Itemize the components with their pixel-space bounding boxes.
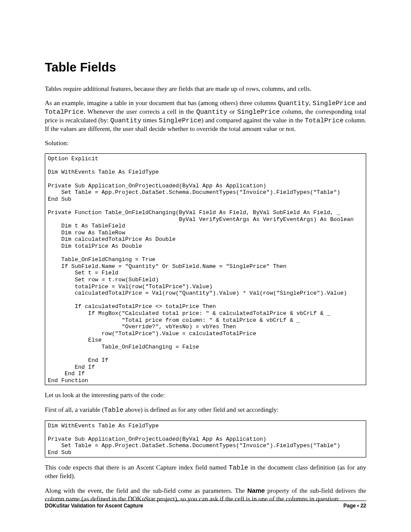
- text: As an example, imagine a table in your d…: [45, 100, 278, 106]
- example-paragraph: As an example, imagine a table in your d…: [45, 99, 366, 133]
- code-inline: SinglePrice: [312, 100, 355, 107]
- bullet-icon: •: [357, 503, 361, 509]
- text: or: [227, 108, 237, 115]
- code-inline: TotalPrice: [305, 117, 343, 124]
- footer-page-number: 22: [361, 503, 366, 509]
- code-inline: Quantity: [196, 109, 227, 116]
- footer-page: Page • 22: [343, 503, 366, 509]
- code-block-snippet: Dim WithEvents Table As FieldType Privat…: [45, 420, 366, 457]
- footer-page-label: Page: [343, 503, 356, 509]
- text: . Whenever the user corrects a cell in t…: [84, 108, 196, 115]
- page-footer: DOKuStar Validation for Ascent Capture P…: [45, 501, 366, 509]
- intro-paragraph: Tables require additional features, beca…: [45, 85, 366, 93]
- code-inline: SinglePrice: [237, 109, 280, 116]
- text: above) is defined as for any other field…: [123, 406, 278, 413]
- name-bold: Name: [247, 487, 265, 494]
- code-inline: Table: [104, 407, 123, 414]
- code-inline: Quantity: [278, 100, 309, 107]
- code-block-main: Option Explicit Dim WithEvents Table As …: [45, 153, 366, 385]
- variable-paragraph: First of all, a variable (Table above) i…: [45, 406, 366, 414]
- text: ,: [309, 100, 312, 106]
- text: ) and compared against the value in the: [201, 117, 305, 124]
- code-inline: TotalPrice: [45, 109, 84, 116]
- text: Along with the event, the field and the …: [45, 487, 247, 494]
- code-inline: Table: [229, 464, 248, 472]
- explain-paragraph: Let us look at the interesting parts of …: [45, 391, 366, 399]
- page-heading: Table Fields: [45, 60, 366, 75]
- code-inline: Quantity: [110, 117, 141, 124]
- page: Table Fields Tables require additional f…: [0, 0, 411, 532]
- solution-label: Solution:: [45, 139, 366, 147]
- text: This code expects that there is an Ascen…: [45, 464, 229, 471]
- text: and: [355, 100, 366, 106]
- text: First of all, a variable (: [45, 406, 104, 413]
- code-inline: SinglePrice: [159, 117, 201, 124]
- expects-paragraph: This code expects that there is an Ascen…: [45, 464, 366, 480]
- text: times: [141, 117, 159, 124]
- footer-title: DOKuStar Validation for Ascent Capture: [45, 503, 143, 509]
